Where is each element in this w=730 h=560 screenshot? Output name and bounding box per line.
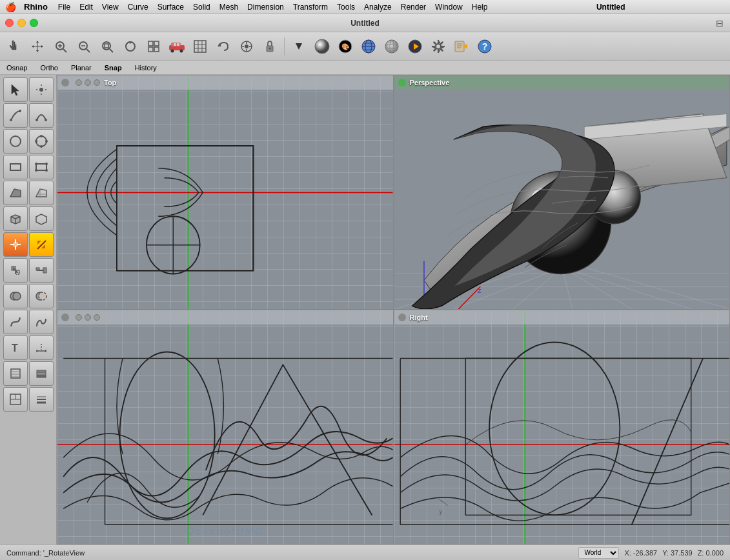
move-tool-button[interactable]: [27, 36, 48, 57]
menu-mesh[interactable]: Mesh: [219, 3, 238, 12]
layout-button[interactable]: [3, 387, 28, 412]
menu-edit[interactable]: Edit: [79, 3, 93, 12]
zoom-in-button[interactable]: [50, 36, 71, 57]
polygon-tool-button[interactable]: [29, 206, 54, 231]
svg-rect-21: [177, 43, 179, 46]
boolean-diff-button[interactable]: [29, 284, 54, 308]
snap-point-button[interactable]: [236, 36, 257, 57]
surface2-tool-button[interactable]: [29, 181, 54, 205]
menu-view[interactable]: View: [102, 3, 119, 12]
viewport-top[interactable]: Top: [57, 75, 394, 310]
menu-analyze[interactable]: Analyze: [364, 3, 392, 12]
surface-tool-button[interactable]: [3, 181, 28, 205]
snap-snap[interactable]: Snap: [105, 64, 122, 72]
arrow-down-button[interactable]: [289, 36, 309, 57]
move-objects-button[interactable]: [3, 258, 28, 283]
freeform-button[interactable]: [29, 310, 54, 334]
viewport-right[interactable]: Right y: [394, 310, 731, 545]
menu-window[interactable]: Window: [435, 3, 463, 12]
rotate-view-button[interactable]: [120, 36, 141, 57]
coord-system-select[interactable]: World CPlane: [578, 547, 619, 559]
svg-line-8: [110, 49, 113, 52]
line-tool-button[interactable]: [3, 103, 28, 128]
maximize-button[interactable]: [30, 19, 38, 27]
minimize-icon[interactable]: ⊟: [716, 18, 724, 28]
dimension-tool-button[interactable]: [29, 335, 54, 360]
rect-tool-button[interactable]: [3, 155, 28, 179]
point-tool-button[interactable]: [29, 77, 54, 102]
hand-tool-button[interactable]: [4, 36, 25, 57]
render-settings-button[interactable]: [451, 36, 472, 57]
menu-transform[interactable]: Transform: [293, 3, 328, 12]
menu-surface[interactable]: Surface: [157, 3, 184, 12]
window-title: Untitled: [496, 3, 725, 12]
menu-solid[interactable]: Solid: [193, 3, 210, 12]
menu-curve[interactable]: Curve: [128, 3, 148, 12]
circle-ctrl-button[interactable]: [29, 129, 54, 154]
minimize-button[interactable]: [17, 19, 26, 27]
select-tool-button[interactable]: [3, 77, 28, 102]
svg-text:?: ?: [482, 41, 488, 52]
vp-top-header: Top: [57, 75, 393, 90]
lock-button[interactable]: [259, 36, 280, 57]
render-preview-button[interactable]: [405, 36, 425, 57]
rect-pts-button[interactable]: [29, 155, 54, 179]
undo-button[interactable]: [213, 36, 234, 57]
snap-planar[interactable]: Planar: [71, 64, 92, 72]
box-tool-button[interactable]: [3, 206, 28, 231]
zoom-out-button[interactable]: [74, 36, 94, 57]
vp-front-ctrl-3: [94, 314, 100, 321]
svg-point-64: [19, 110, 21, 112]
coord-y: Y: 37.539: [662, 549, 693, 557]
lineweight-button[interactable]: [29, 387, 54, 412]
layer-tool-button[interactable]: [29, 361, 54, 386]
sphere-render-button[interactable]: [312, 36, 332, 57]
vp-perspective-indicator: [398, 79, 406, 86]
viewport-perspective[interactable]: Perspective: [394, 75, 731, 310]
svg-point-7: [103, 42, 110, 50]
svg-text:🎨: 🎨: [341, 43, 350, 51]
svg-point-78: [35, 169, 37, 172]
menu-dimension[interactable]: Dimension: [247, 3, 284, 12]
vp-perspective-svg: Z Y: [394, 75, 730, 309]
grid-settings-button[interactable]: [190, 36, 210, 57]
menu-file[interactable]: File: [58, 3, 70, 12]
snap-history[interactable]: History: [135, 64, 157, 72]
svg-point-29: [245, 45, 248, 48]
svg-text:T: T: [12, 343, 18, 354]
help-button[interactable]: ?: [474, 36, 495, 57]
gumball-button[interactable]: [3, 232, 28, 257]
align-button[interactable]: [29, 258, 54, 283]
lt-row-4: [1, 155, 55, 179]
svg-point-45: [385, 40, 398, 53]
coord-z: Z: 0.000: [698, 549, 724, 557]
lt-row-1: [1, 77, 55, 102]
color-wheel-button[interactable]: 🎨: [335, 36, 356, 57]
hatch-tool-button[interactable]: [3, 361, 28, 386]
boolean-union-button[interactable]: [3, 284, 28, 308]
globe-button[interactable]: [358, 36, 379, 57]
vp-right-svg: y: [394, 310, 730, 544]
circle-tool-button[interactable]: [3, 129, 28, 154]
car-icon-button[interactable]: [167, 36, 187, 57]
vp-top-controls: [76, 79, 100, 86]
menu-tools[interactable]: Tools: [337, 3, 355, 12]
apple-logo-icon[interactable]: 🍎: [5, 2, 16, 12]
viewport-grid-button[interactable]: [143, 36, 164, 57]
svg-marker-84: [37, 241, 41, 245]
display-mode-button[interactable]: [381, 36, 402, 57]
viewport-front[interactable]: OceanofDMG: [57, 310, 394, 545]
settings-cog-button[interactable]: [428, 36, 449, 57]
spline-tool-button[interactable]: [3, 310, 28, 334]
menu-help[interactable]: Help: [472, 3, 488, 12]
svg-point-71: [40, 145, 43, 148]
snap-ortho[interactable]: Ortho: [40, 64, 58, 72]
menu-render[interactable]: Render: [401, 3, 426, 12]
zoom-extent-button[interactable]: [97, 36, 117, 57]
snap-osnap[interactable]: Osnap: [6, 64, 27, 72]
text-tool-button[interactable]: T: [3, 335, 28, 360]
close-button[interactable]: [5, 19, 14, 27]
svg-rect-90: [43, 268, 46, 273]
gumball2-button[interactable]: [29, 232, 54, 257]
arc-tool-button[interactable]: [29, 103, 54, 128]
